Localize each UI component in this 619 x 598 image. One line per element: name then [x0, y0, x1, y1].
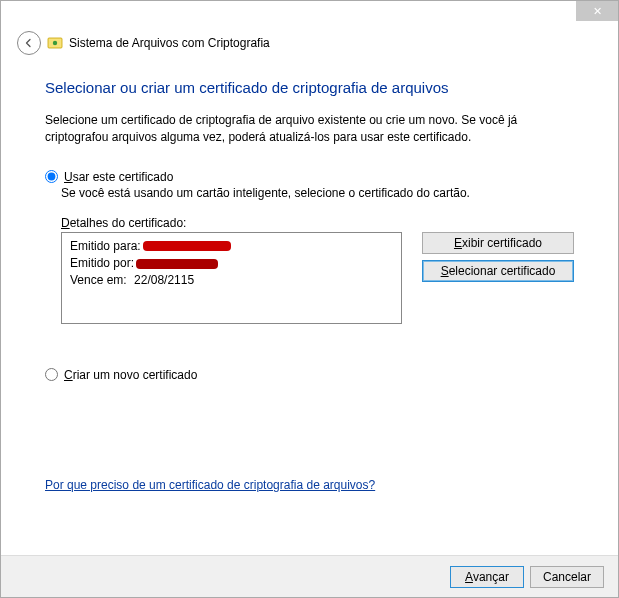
issued-by-value-redacted	[136, 259, 218, 269]
svg-point-1	[53, 41, 57, 45]
issued-to-label: Emitido para:	[70, 238, 141, 255]
back-button[interactable]	[17, 31, 41, 55]
issued-by-label: Emitido por:	[70, 255, 134, 272]
titlebar: ✕	[1, 1, 618, 23]
expires-value: 22/08/2115	[134, 272, 194, 289]
view-certificate-button[interactable]: Exibir certificado	[422, 232, 574, 254]
use-certificate-sub: Se você está usando um cartão inteligent…	[61, 186, 574, 200]
wizard-window: ✕ Sistema de Arquivos com Criptografia S…	[0, 0, 619, 598]
app-title: Sistema de Arquivos com Criptografia	[69, 36, 270, 50]
radio-create-label: Criar um novo certificado	[64, 368, 197, 382]
option-use-certificate[interactable]: Usar este certificado	[45, 170, 574, 184]
certificate-details-label: Detalhes do certificado:	[61, 216, 574, 230]
issued-by-row: Emitido por:	[70, 255, 393, 272]
cancel-button[interactable]: Cancelar	[530, 566, 604, 588]
select-certificate-button[interactable]: Selecionar certificado	[422, 260, 574, 282]
footer: Avançar Cancelar	[1, 555, 618, 597]
arrow-left-icon	[23, 37, 35, 49]
issued-to-row: Emitido para:	[70, 238, 393, 255]
certificate-buttons: Exibir certificado Selecionar certificad…	[422, 232, 574, 324]
close-button[interactable]: ✕	[576, 1, 618, 21]
expires-label: Vence em:	[70, 272, 127, 289]
certificate-area: Emitido para: Emitido por: Vence em: 22/…	[61, 232, 574, 324]
page-description: Selecione um certificado de criptografia…	[45, 112, 574, 146]
next-button[interactable]: Avançar	[450, 566, 524, 588]
certificate-details-box: Emitido para: Emitido por: Vence em: 22/…	[61, 232, 402, 324]
help-link[interactable]: Por que preciso de um certificado de cri…	[45, 478, 375, 492]
efs-icon	[47, 35, 63, 51]
expires-row: Vence em: 22/08/2115	[70, 272, 393, 289]
page-title: Selecionar ou criar um certificado de cr…	[45, 79, 574, 96]
radio-use-label: Usar este certificado	[64, 170, 173, 184]
radio-create-certificate[interactable]	[45, 368, 58, 381]
content-area: Selecionar ou criar um certificado de cr…	[1, 65, 618, 492]
option-create-certificate[interactable]: Criar um novo certificado	[45, 368, 574, 382]
radio-use-certificate[interactable]	[45, 170, 58, 183]
issued-to-value-redacted	[143, 241, 231, 251]
header: Sistema de Arquivos com Criptografia	[1, 23, 618, 65]
